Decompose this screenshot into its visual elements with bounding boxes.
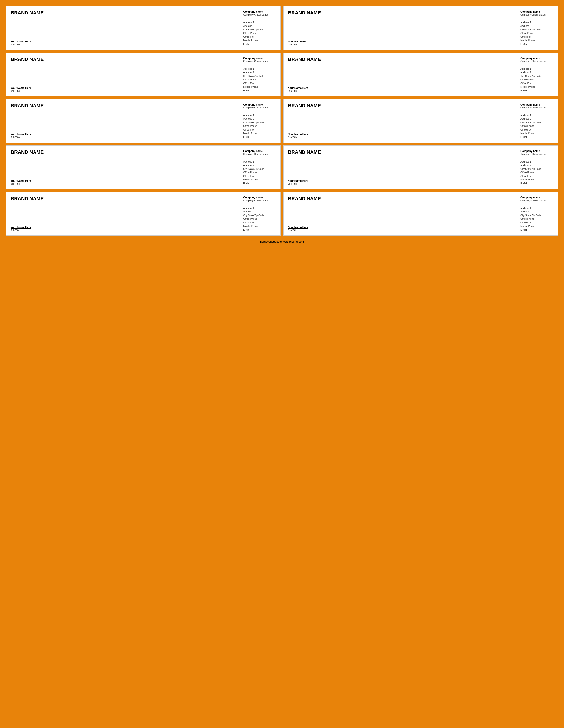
mobile-phone: Mobile Phone (243, 39, 276, 42)
card-bottom: Your Name Here Job Title Address 1 Addre… (288, 67, 553, 92)
office-phone: Office Phone (520, 217, 553, 221)
mobile-phone: Mobile Phone (243, 224, 276, 228)
email: E-Mail (520, 89, 553, 92)
company-info-top: Company name Company Classification (520, 57, 553, 62)
brand-name: BRAND NAME (288, 103, 321, 108)
company-classification: Company Classification (520, 13, 553, 16)
address-info: Address 1 Address 2 City State Zip Code … (520, 113, 553, 139)
footer-url: homeconstructionlocalexperts.com (260, 240, 304, 243)
office-phone: Office Phone (243, 171, 276, 174)
mobile-phone: Mobile Phone (243, 131, 276, 135)
email: E-Mail (243, 135, 276, 139)
card-top: BRAND NAME Company name Company Classifi… (288, 57, 553, 62)
company-classification: Company Classification (243, 106, 276, 109)
job-title: Job Title (288, 90, 317, 92)
card-top: BRAND NAME Company name Company Classifi… (11, 150, 276, 155)
company-info-top: Company name Company Classification (520, 196, 553, 202)
address1: Address 1 (520, 113, 553, 117)
mobile-phone: Mobile Phone (520, 85, 553, 89)
card-bottom: Your Name Here Job Title Address 1 Addre… (288, 206, 553, 232)
email: E-Mail (520, 228, 553, 232)
city-state-zip: City State Zip Code (243, 121, 276, 124)
person-info: Your Name Here Job Title (288, 179, 317, 185)
email: E-Mail (520, 135, 553, 139)
brand-name: BRAND NAME (11, 150, 44, 155)
company-info-top: Company name Company Classification (243, 196, 276, 202)
address2: Address 2 (520, 24, 553, 28)
job-title: Job Title (11, 229, 39, 231)
office-fax: Office Fax (243, 81, 276, 85)
job-title: Job Title (288, 182, 317, 185)
company-info-top: Company name Company Classification (243, 103, 276, 109)
card-bottom: Your Name Here Job Title Address 1 Addre… (11, 113, 276, 139)
city-state-zip: City State Zip Code (243, 167, 276, 171)
address2: Address 2 (243, 163, 276, 167)
your-name: Your Name Here (288, 87, 317, 90)
email: E-Mail (243, 89, 276, 92)
mobile-phone: Mobile Phone (243, 178, 276, 182)
job-title: Job Title (11, 136, 39, 139)
address1: Address 1 (243, 67, 276, 71)
company-classification: Company Classification (520, 60, 553, 62)
address1: Address 1 (520, 160, 553, 164)
brand-name: BRAND NAME (288, 57, 321, 62)
mobile-phone: Mobile Phone (520, 224, 553, 228)
your-name: Your Name Here (288, 179, 317, 182)
mobile-phone: Mobile Phone (243, 85, 276, 89)
card-top: BRAND NAME Company name Company Classifi… (288, 103, 553, 109)
your-name: Your Name Here (288, 40, 317, 43)
card-top: BRAND NAME Company name Company Classifi… (288, 10, 553, 16)
card-bottom: Your Name Here Job Title Address 1 Addre… (11, 21, 276, 46)
your-name: Your Name Here (11, 40, 39, 43)
brand-name: BRAND NAME (11, 196, 44, 201)
address2: Address 2 (520, 71, 553, 74)
your-name: Your Name Here (11, 226, 39, 229)
city-state-zip: City State Zip Code (520, 121, 553, 124)
company-info-top: Company name Company Classification (520, 10, 553, 16)
address-info: Address 1 Address 2 City State Zip Code … (243, 67, 276, 92)
email: E-Mail (243, 228, 276, 232)
company-info-top: Company name Company Classification (243, 10, 276, 16)
brand-name: BRAND NAME (11, 103, 44, 108)
office-phone: Office Phone (520, 78, 553, 81)
office-fax: Office Fax (520, 221, 553, 224)
address2: Address 2 (243, 117, 276, 121)
office-fax: Office Fax (520, 81, 553, 85)
your-name: Your Name Here (11, 133, 39, 136)
city-state-zip: City State Zip Code (520, 167, 553, 171)
company-name: Company name (520, 103, 553, 106)
person-info: Your Name Here Job Title (11, 87, 39, 92)
office-phone: Office Phone (243, 124, 276, 128)
office-fax: Office Fax (243, 221, 276, 224)
mobile-phone: Mobile Phone (520, 39, 553, 42)
business-card: BRAND NAME Company name Company Classifi… (6, 6, 281, 50)
page-wrapper: BRAND NAME Company name Company Classifi… (4, 4, 560, 247)
brand-name: BRAND NAME (288, 150, 321, 155)
company-classification: Company Classification (243, 199, 276, 202)
card-bottom: Your Name Here Job Title Address 1 Addre… (288, 21, 553, 46)
city-state-zip: City State Zip Code (520, 28, 553, 32)
card-bottom: Your Name Here Job Title Address 1 Addre… (288, 113, 553, 139)
business-card: BRAND NAME Company name Company Classifi… (6, 53, 281, 96)
job-title: Job Title (288, 136, 317, 139)
address-info: Address 1 Address 2 City State Zip Code … (243, 206, 276, 232)
company-info-top: Company name Company Classification (243, 150, 276, 155)
address-info: Address 1 Address 2 City State Zip Code … (520, 206, 553, 232)
brand-name: BRAND NAME (288, 10, 321, 16)
business-card: BRAND NAME Company name Company Classifi… (283, 145, 558, 189)
email: E-Mail (520, 42, 553, 46)
business-card: BRAND NAME Company name Company Classifi… (283, 192, 558, 236)
person-info: Your Name Here Job Title (288, 226, 317, 231)
office-phone: Office Phone (243, 78, 276, 81)
office-phone: Office Phone (243, 217, 276, 221)
company-classification: Company Classification (520, 199, 553, 202)
card-top: BRAND NAME Company name Company Classifi… (11, 57, 276, 62)
office-fax: Office Fax (520, 174, 553, 178)
office-phone: Office Phone (520, 171, 553, 174)
address1: Address 1 (243, 160, 276, 164)
business-card: BRAND NAME Company name Company Classifi… (283, 53, 558, 96)
city-state-zip: City State Zip Code (520, 74, 553, 78)
city-state-zip: City State Zip Code (243, 214, 276, 217)
business-card: BRAND NAME Company name Company Classifi… (6, 192, 281, 236)
mobile-phone: Mobile Phone (520, 131, 553, 135)
